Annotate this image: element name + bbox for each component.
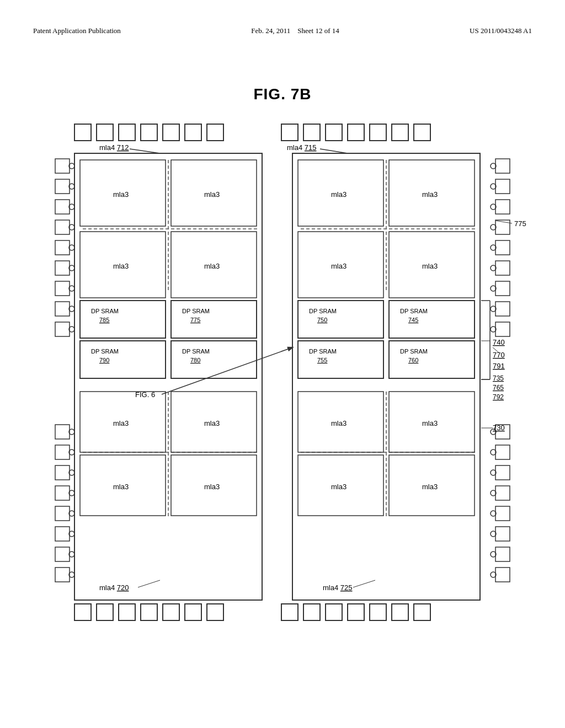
header-center: Feb. 24, 2011 Sheet 12 of 14 (251, 26, 339, 35)
svg-rect-26 (55, 240, 70, 255)
svg-rect-12 (392, 124, 408, 141)
dp-sram-785: DP SRAM (91, 308, 119, 314)
svg-rect-137 (303, 604, 320, 620)
svg-rect-64 (495, 281, 510, 296)
header: Patent Application Publication Feb. 24, … (33, 26, 532, 35)
svg-rect-13 (414, 124, 430, 141)
dp-sram-760-num: 760 (408, 357, 418, 363)
header-left: Patent Application Publication (33, 26, 121, 35)
dp-sram-790: DP SRAM (91, 348, 119, 355)
svg-rect-82 (495, 547, 510, 561)
dp-sram-760: DP SRAM (400, 348, 428, 355)
svg-rect-95 (80, 341, 166, 378)
svg-rect-3 (141, 124, 157, 141)
dp-sram-755-num: 755 (317, 357, 327, 363)
svg-rect-96 (171, 341, 257, 378)
left-mla3-tr: mla3 (204, 190, 220, 199)
label-775: 775 (514, 220, 526, 228)
svg-rect-0 (74, 124, 91, 141)
dp-sram-750: DP SRAM (309, 308, 337, 314)
right-mla3-bbr: mla3 (422, 483, 438, 491)
svg-rect-20 (55, 179, 70, 194)
svg-rect-58 (495, 220, 510, 234)
svg-rect-130 (97, 604, 113, 620)
svg-rect-6 (207, 124, 223, 141)
svg-rect-114 (389, 341, 475, 378)
label-740: 740 (493, 338, 505, 346)
svg-rect-139 (348, 604, 364, 620)
svg-rect-40 (55, 465, 70, 480)
svg-line-104 (138, 580, 160, 587)
right-mla3-btl: mla3 (331, 419, 347, 427)
label-791: 791 (493, 362, 505, 370)
mla4-725-label: mla4 725 (323, 584, 353, 592)
left-mla3-btr: mla3 (204, 419, 220, 427)
svg-rect-9 (326, 124, 342, 141)
svg-rect-142 (414, 604, 430, 620)
svg-rect-44 (55, 506, 70, 521)
svg-rect-136 (281, 604, 298, 620)
left-mla3-bl: mla3 (113, 262, 129, 270)
svg-rect-24 (55, 220, 70, 234)
main-diagram: mla4 712 mla4 715 (28, 110, 537, 662)
mla4-720-label: mla4 720 (99, 584, 129, 592)
left-mla3-tl: mla3 (113, 190, 129, 199)
svg-rect-76 (495, 486, 510, 500)
dp-sram-785-num: 785 (99, 317, 109, 323)
svg-line-15 (320, 149, 348, 153)
svg-rect-38 (55, 445, 70, 459)
svg-rect-8 (303, 124, 320, 141)
svg-rect-62 (495, 261, 510, 275)
right-mla3-br: mla3 (422, 262, 438, 270)
svg-rect-10 (348, 124, 364, 141)
svg-rect-32 (55, 302, 70, 316)
label-765: 765 (493, 384, 504, 392)
right-mla3-tr: mla3 (422, 190, 438, 199)
svg-rect-54 (495, 179, 510, 194)
svg-line-14 (130, 149, 160, 153)
svg-rect-133 (163, 604, 179, 620)
svg-rect-22 (55, 200, 70, 214)
svg-rect-140 (370, 604, 386, 620)
label-730: 730 (493, 424, 505, 432)
dp-sram-745-num: 745 (408, 317, 418, 323)
right-mla3-btr: mla3 (422, 419, 438, 427)
dp-sram-790-num: 790 (99, 357, 109, 363)
svg-rect-2 (119, 124, 135, 141)
svg-rect-66 (495, 302, 510, 316)
svg-rect-34 (55, 322, 70, 336)
mla4-712-label: mla4 712 (99, 143, 129, 152)
label-792: 792 (493, 393, 504, 401)
right-mla3-bl: mla3 (331, 262, 347, 270)
svg-rect-48 (55, 547, 70, 561)
svg-rect-74 (495, 465, 510, 480)
dp-sram-750-num: 750 (317, 317, 327, 323)
header-right: US 2011/0043248 A1 (470, 26, 532, 35)
svg-rect-94 (171, 301, 257, 338)
svg-rect-134 (185, 604, 201, 620)
svg-rect-84 (495, 568, 510, 582)
label-735: 735 (493, 374, 504, 382)
svg-rect-72 (495, 445, 510, 459)
svg-rect-80 (495, 527, 510, 541)
left-mla3-btl: mla3 (113, 419, 129, 427)
left-mla3-br: mla3 (204, 262, 220, 270)
dp-sram-755: DP SRAM (309, 348, 337, 355)
svg-rect-4 (163, 124, 179, 141)
dp-sram-745: DP SRAM (400, 308, 428, 314)
svg-rect-28 (55, 261, 70, 275)
svg-rect-42 (55, 486, 70, 500)
right-mla3-tl: mla3 (331, 190, 347, 199)
svg-rect-56 (495, 200, 510, 214)
dp-sram-775: DP SRAM (182, 308, 210, 314)
svg-rect-11 (370, 124, 386, 141)
svg-rect-36 (55, 425, 70, 439)
svg-rect-5 (185, 124, 201, 141)
svg-rect-7 (281, 124, 298, 141)
svg-rect-93 (80, 301, 166, 338)
figure-title: FIG. 7B (0, 85, 565, 103)
dp-sram-780: DP SRAM (182, 348, 210, 355)
svg-rect-131 (119, 604, 135, 620)
svg-rect-135 (207, 604, 223, 620)
svg-rect-18 (55, 159, 70, 173)
